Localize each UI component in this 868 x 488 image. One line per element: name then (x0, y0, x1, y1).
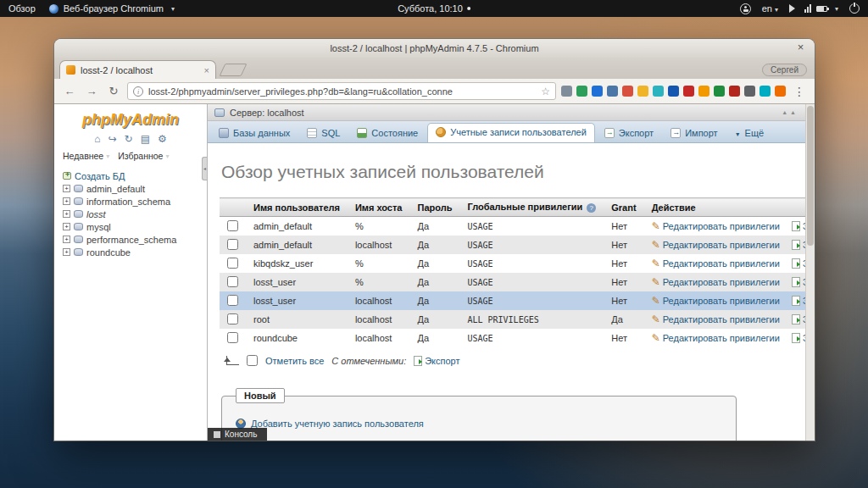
extension-icon[interactable] (744, 86, 755, 97)
edit-privileges-link[interactable]: Редактировать привилегии (663, 277, 780, 287)
db-link[interactable]: information_schema (86, 197, 170, 207)
pma-logo[interactable]: phpMyAdmin (54, 104, 207, 132)
extension-icon[interactable] (576, 86, 587, 97)
tree-item-database[interactable]: roundcube (63, 246, 203, 258)
reload-button[interactable]: ↻ (105, 83, 122, 100)
refresh-icon[interactable]: ↻ (125, 133, 133, 145)
tab-close-icon[interactable]: × (204, 65, 209, 75)
profile-chip[interactable]: Сергей (762, 64, 807, 76)
keyboard-layout-menu[interactable]: en (762, 3, 778, 14)
settings-icon[interactable]: ⚙ (158, 133, 167, 145)
db-link[interactable]: losst (86, 209, 106, 219)
db-link[interactable]: mysql (86, 222, 111, 232)
row-checkbox[interactable] (227, 313, 238, 324)
extension-icon[interactable] (653, 86, 664, 97)
tab-user-accounts[interactable]: Учетные записи пользователей (427, 123, 595, 142)
edit-privileges-link[interactable]: Редактировать привилегии (663, 314, 780, 324)
browser-tab[interactable]: losst-2 / localhost × (59, 60, 216, 79)
bookmark-star-icon[interactable]: ☆ (541, 86, 550, 97)
accessibility-icon[interactable] (740, 3, 751, 14)
power-icon[interactable] (849, 3, 860, 14)
home-icon[interactable]: ⌂ (94, 133, 100, 145)
vertical-scrollbar[interactable] (805, 104, 815, 441)
db-link[interactable]: admin_default (86, 184, 145, 194)
clock-menu[interactable]: Суббота, 10:10 (398, 3, 470, 14)
forward-button[interactable]: → (83, 83, 100, 100)
extension-icon[interactable] (714, 86, 725, 97)
tree-item-database[interactable]: admin_default (63, 182, 203, 195)
window-titlebar[interactable]: losst-2 / localhost | phpMyAdmin 4.7.5 -… (54, 39, 815, 58)
header-privileges[interactable]: Глобальные привилегии? (459, 198, 604, 217)
extension-icon[interactable] (607, 86, 618, 97)
edit-privileges-link[interactable]: Редактировать привилегии (663, 333, 780, 343)
db-link[interactable]: roundcube (86, 247, 131, 258)
app-menu[interactable]: Веб-браузер Chromium (49, 3, 175, 14)
extension-icon[interactable] (683, 86, 694, 97)
row-checkbox[interactable] (227, 295, 238, 306)
add-user-link[interactable]: Добавить учетную запись пользователя (251, 419, 424, 429)
tree-item-database[interactable]: performance_schema (63, 233, 203, 246)
new-tab-button[interactable] (220, 64, 248, 76)
row-checkbox[interactable] (227, 332, 238, 343)
tab-more[interactable]: Ещё (727, 124, 771, 142)
scrollbar-thumb[interactable] (807, 106, 814, 246)
export-selected-link[interactable]: Экспорт (425, 356, 459, 366)
recent-tables-select[interactable]: Недавнее (63, 151, 109, 161)
add-user-row[interactable]: Добавить учетную запись пользователя (236, 419, 726, 429)
row-checkbox[interactable] (227, 258, 238, 269)
header-username[interactable]: Имя пользователя (246, 198, 348, 217)
tree-item-database[interactable]: mysql (63, 220, 203, 233)
extension-icon[interactable] (622, 86, 633, 97)
expand-icon[interactable] (63, 197, 70, 205)
help-icon[interactable]: ? (587, 203, 596, 213)
header-grant[interactable]: Grant (604, 198, 643, 217)
extension-icon[interactable] (775, 86, 786, 97)
edit-privileges-link[interactable]: Редактировать привилегии (663, 258, 780, 269)
console-bar[interactable]: Консоль (208, 428, 267, 441)
docs-icon[interactable]: ▤ (141, 133, 150, 145)
row-checkbox[interactable] (227, 276, 238, 287)
expand-icon[interactable] (63, 248, 70, 256)
browser-menu-icon[interactable]: ⋮ (791, 85, 808, 98)
system-status-menu[interactable] (789, 4, 838, 13)
new-db-link[interactable]: Создать БД (75, 171, 125, 181)
extension-icon[interactable] (729, 86, 740, 97)
header-hostname[interactable]: Имя хоста (348, 198, 410, 217)
tree-item-database[interactable]: information_schema (63, 195, 203, 208)
extension-icon[interactable] (592, 86, 603, 97)
row-checkbox[interactable] (227, 220, 238, 231)
expand-icon[interactable] (63, 185, 70, 192)
extension-icon[interactable] (637, 86, 648, 97)
back-button[interactable]: ← (61, 83, 78, 100)
tab-status[interactable]: Состояние (349, 124, 426, 142)
expand-icon[interactable] (63, 210, 70, 218)
extension-icon[interactable] (698, 86, 709, 97)
tab-export[interactable]: Экспорт (597, 124, 661, 142)
tree-item-new-db[interactable]: Создать БД (63, 169, 203, 182)
extension-icon[interactable] (760, 86, 771, 97)
extension-icon[interactable] (668, 86, 679, 97)
panel-collapse-icons[interactable]: ▲▲ (782, 109, 798, 115)
logout-icon[interactable]: ↪ (108, 133, 117, 145)
url-text[interactable]: losst-2/phpmyadmin/server_privileges.php… (148, 86, 536, 97)
expand-icon[interactable] (63, 236, 70, 243)
window-close-button[interactable]: × (794, 42, 807, 54)
tab-databases[interactable]: Базы данных (211, 124, 298, 142)
favorite-tables-select[interactable]: Избранное (118, 151, 169, 161)
activities-button[interactable]: Обзор (8, 3, 36, 14)
db-link[interactable]: performance_schema (86, 235, 176, 245)
sidebar-collapse-toggle[interactable]: ◂ (202, 157, 207, 180)
expand-icon[interactable] (63, 223, 70, 230)
tab-sql[interactable]: SQL (299, 124, 348, 142)
tree-item-database[interactable]: losst (63, 208, 203, 220)
extension-icon[interactable] (561, 86, 572, 97)
edit-privileges-link[interactable]: Редактировать привилегии (663, 296, 780, 306)
edit-privileges-link[interactable]: Редактировать привилегии (663, 221, 780, 231)
row-checkbox[interactable] (227, 239, 238, 250)
tab-import[interactable]: Импорт (663, 124, 725, 142)
url-bar[interactable]: i losst-2/phpmyadmin/server_privileges.p… (127, 82, 556, 100)
header-password[interactable]: Пароль (409, 198, 459, 217)
check-all-checkbox[interactable] (247, 355, 258, 366)
site-info-icon[interactable]: i (133, 86, 143, 97)
breadcrumb[interactable]: Сервер: localhost (230, 108, 304, 118)
